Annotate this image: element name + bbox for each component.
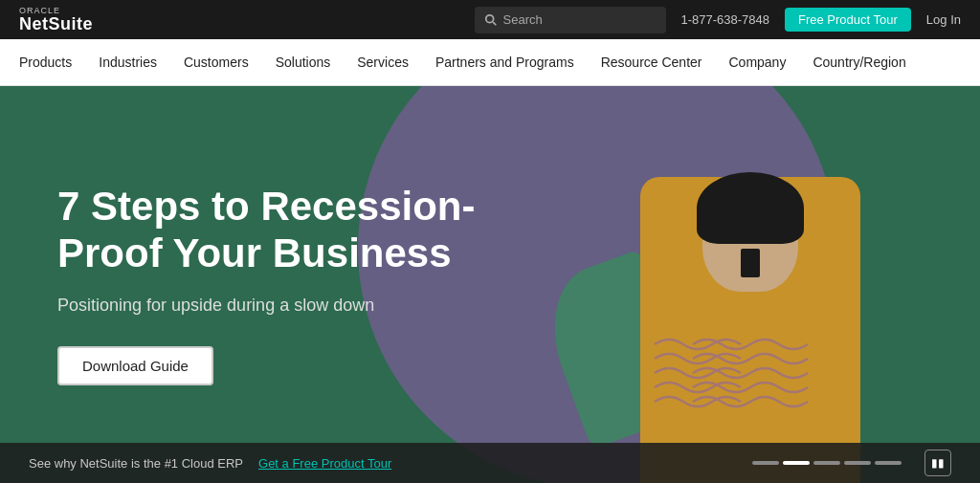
svg-line-1 [493,22,496,25]
logo[interactable]: ORACLE NetSuite [19,7,93,33]
progress-track [752,461,902,465]
nav-item-services[interactable]: Services [357,41,409,83]
search-bar[interactable]: Search [475,7,666,33]
progress-dot-2[interactable] [783,461,810,465]
hero-subtitle: Positioning for upside during a slow dow… [57,296,574,316]
nav-item-country[interactable]: Country/Region [813,41,905,83]
nav-item-products[interactable]: Products [19,41,72,83]
download-guide-button[interactable]: Download Guide [57,346,213,385]
bottom-bar-text: See why NetSuite is the #1 Cloud ERP [29,456,243,471]
progress-dot-3[interactable] [813,461,840,465]
nav-item-resource-center[interactable]: Resource Center [601,41,702,83]
nav-bar: Products Industries Customers Solutions … [0,39,980,86]
pause-button[interactable]: ▮▮ [924,450,951,476]
hero-title: 7 Steps to Recession-Proof Your Business [57,184,574,276]
nav-item-company[interactable]: Company [728,41,786,83]
progress-dot-1[interactable] [752,461,779,465]
bottom-bar-link[interactable]: Get a Free Product Tour [258,456,391,471]
top-bar: ORACLE NetSuite Search 1-877-638-7848 Fr… [0,0,980,39]
pause-icon: ▮▮ [931,456,945,470]
wave-pattern-decoration [645,325,817,430]
free-product-tour-button[interactable]: Free Product Tour [785,8,911,32]
netsuite-label: NetSuite [19,15,93,33]
svg-point-0 [485,14,493,22]
hero-section: 7 Steps to Recession-Proof Your Business… [0,86,980,483]
bottom-bar: See why NetSuite is the #1 Cloud ERP Get… [0,443,980,483]
hero-content: 7 Steps to Recession-Proof Your Business… [0,184,632,385]
nav-item-customers[interactable]: Customers [184,41,249,83]
search-label: Search [503,12,543,27]
phone-number: 1-877-638-7848 [681,12,770,27]
nav-item-solutions[interactable]: Solutions [276,41,331,83]
progress-dot-5[interactable] [875,461,902,465]
login-button[interactable]: Log In [926,12,961,27]
nav-item-industries[interactable]: Industries [99,41,157,83]
search-icon [484,13,498,27]
nav-item-partners[interactable]: Partners and Programs [435,41,574,83]
progress-dot-4[interactable] [844,461,871,465]
